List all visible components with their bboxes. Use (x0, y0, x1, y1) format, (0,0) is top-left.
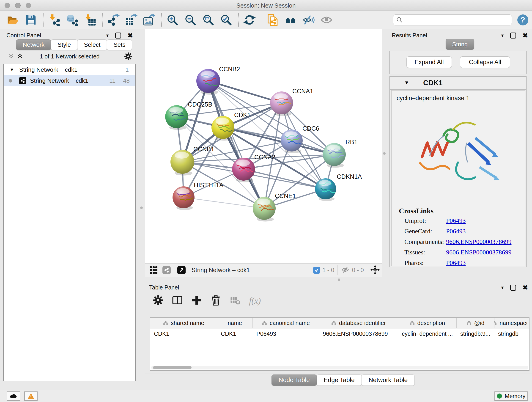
selected-nodes-checkbox[interactable] (313, 267, 320, 274)
column-header-name[interactable]: name (217, 318, 253, 328)
collapse-gene-card-icon[interactable]: ▼ (404, 80, 409, 86)
cell-shared-name[interactable]: CDK1 (150, 328, 217, 339)
refresh-button[interactable] (242, 13, 257, 27)
statusbar-separator (337, 265, 338, 275)
collection-name: String Network – cdk1 (19, 66, 77, 73)
delete-column-icon[interactable] (210, 295, 221, 306)
svg-text:CDC6: CDC6 (302, 125, 319, 132)
open-file-button[interactable] (6, 13, 20, 27)
tab-select[interactable]: Select (77, 39, 107, 50)
export-image-button[interactable] (142, 13, 156, 27)
svg-text:CCNE1: CCNE1 (275, 192, 296, 199)
help-button[interactable]: ? (517, 14, 528, 26)
svg-text:RB1: RB1 (346, 139, 358, 146)
search-input[interactable] (405, 16, 509, 24)
tab-network[interactable]: Network (16, 39, 51, 50)
tab-network-table[interactable]: Network Table (361, 375, 415, 386)
gene-card-header[interactable]: ▼ CDK1 (390, 77, 526, 89)
expand-all-button[interactable]: Expand All (406, 56, 452, 68)
left-splitter-handle[interactable] (140, 206, 143, 209)
hidden-eye-icon[interactable] (341, 266, 350, 274)
panel-float-icon[interactable] (510, 285, 516, 291)
network-view-canvas[interactable]: CCNB2CCNA1CDC25BCDK1CDC6RB1CCNB1CCNA2CDK… (145, 29, 382, 277)
home-view-button[interactable] (284, 13, 298, 27)
save-session-button[interactable] (24, 13, 38, 27)
svg-text:CCNA2: CCNA2 (254, 154, 275, 161)
cell-database-identifier[interactable]: 9606.ENSP00000378699 (319, 328, 398, 339)
network-row-selected[interactable]: String Network – cdk1 11 48 (4, 75, 135, 86)
tab-sets[interactable]: Sets (107, 39, 132, 50)
search-box[interactable] (393, 14, 512, 26)
tab-style[interactable]: Style (51, 39, 77, 50)
zoom-in-button[interactable] (165, 13, 180, 27)
horizontal-scrollbar[interactable] (151, 366, 528, 370)
export-table-button[interactable] (124, 13, 138, 27)
search-icon (396, 17, 403, 23)
import-table-button[interactable] (83, 13, 97, 27)
tab-string[interactable]: String (446, 39, 475, 50)
cell-namespace[interactable]: stringdb (494, 328, 526, 339)
panel-float-icon[interactable] (115, 32, 121, 38)
copy-documents-button[interactable] (266, 13, 280, 27)
crosslink-link[interactable]: P06493 (446, 228, 466, 235)
network-overview-icon[interactable] (162, 266, 171, 274)
zoom-selected-button[interactable] (219, 13, 233, 27)
crosslink-link[interactable]: 9606.ENSP00000378699 (446, 238, 511, 245)
pan-move-icon[interactable] (370, 265, 380, 275)
birdseye-view-icon[interactable] (177, 266, 186, 274)
column-header-namespace[interactable]: namespace (494, 318, 526, 328)
table-row[interactable]: CDK1 CDK1 P06493 9606.ENSP00000378699 cy… (150, 328, 529, 339)
column-header-id[interactable]: @id (457, 318, 494, 328)
scrollbar-thumb[interactable] (153, 366, 191, 369)
add-column-icon[interactable] (191, 295, 202, 306)
collection-collapse-icon[interactable]: ▼ (10, 67, 14, 72)
tab-edge-table[interactable]: Edge Table (317, 375, 362, 386)
panel-close-icon[interactable]: ✖ (128, 32, 133, 39)
network-edge-count: 48 (123, 77, 130, 84)
title-bar: Session: New Session (0, 0, 532, 11)
grid-view-icon[interactable] (150, 266, 157, 274)
panel-float-icon[interactable] (510, 32, 516, 38)
memory-button[interactable]: Memory (494, 391, 528, 401)
right-splitter-handle[interactable] (383, 152, 386, 155)
crosslink-link[interactable]: P06493 (446, 217, 466, 224)
svg-text:HIST1H1A: HIST1H1A (194, 182, 223, 189)
crosslink-link[interactable]: 9606.ENSP00000378699 (446, 249, 511, 256)
tab-node-table[interactable]: Node Table (272, 375, 317, 386)
panel-menu-icon[interactable]: ▾ (501, 32, 504, 39)
table-options-gear-icon[interactable] (153, 295, 163, 306)
zoom-out-button[interactable] (183, 13, 197, 27)
delete-table-icon-disabled (230, 295, 240, 306)
network-options-gear-icon[interactable] (124, 52, 133, 61)
collapse-all-button[interactable]: Collapse All (460, 56, 510, 68)
show-columns-icon[interactable] (172, 295, 183, 306)
cell-id[interactable]: stringdb:9... (457, 328, 494, 339)
zoom-fit-button[interactable] (201, 13, 215, 27)
warnings-button[interactable] (24, 391, 38, 401)
zoom-fit-icon (202, 14, 215, 26)
column-header-database-identifier[interactable]: database identifier (319, 318, 398, 328)
cell-canonical-name[interactable]: P06493 (253, 328, 319, 339)
panel-menu-icon[interactable]: ▾ (106, 32, 109, 39)
network-collection-row[interactable]: ▼ String Network – cdk1 1 (4, 64, 135, 75)
panel-menu-icon[interactable]: ▾ (501, 284, 504, 291)
crosslink-label: Uniprot: (404, 217, 426, 224)
cloud-icon (10, 393, 17, 399)
cell-name[interactable]: CDK1 (217, 328, 253, 339)
panel-close-icon[interactable]: ✖ (523, 284, 528, 291)
cloud-status-button[interactable] (7, 391, 20, 401)
cell-description[interactable]: cyclin–dependent ... (398, 328, 457, 339)
crosslink-link[interactable]: P06493 (446, 259, 466, 267)
column-header-description[interactable]: description (398, 318, 457, 328)
column-header-shared-name[interactable]: shared name (150, 318, 217, 328)
bottom-splitter-handle[interactable] (338, 279, 340, 281)
show-all-button[interactable] (319, 13, 334, 27)
import-network-from-database-button[interactable] (65, 13, 79, 27)
network-graph[interactable]: CCNB2CCNA1CDC25BCDK1CDC6RB1CCNB1CCNA2CDK… (145, 29, 382, 263)
import-network-from-file-button[interactable] (47, 13, 61, 27)
panel-close-icon[interactable]: ✖ (523, 32, 528, 39)
hide-selected-button[interactable] (302, 13, 316, 27)
export-network-button[interactable] (106, 13, 120, 27)
table-header-row: shared name name canonical name database… (150, 318, 529, 328)
column-header-canonical-name[interactable]: canonical name (253, 318, 319, 328)
